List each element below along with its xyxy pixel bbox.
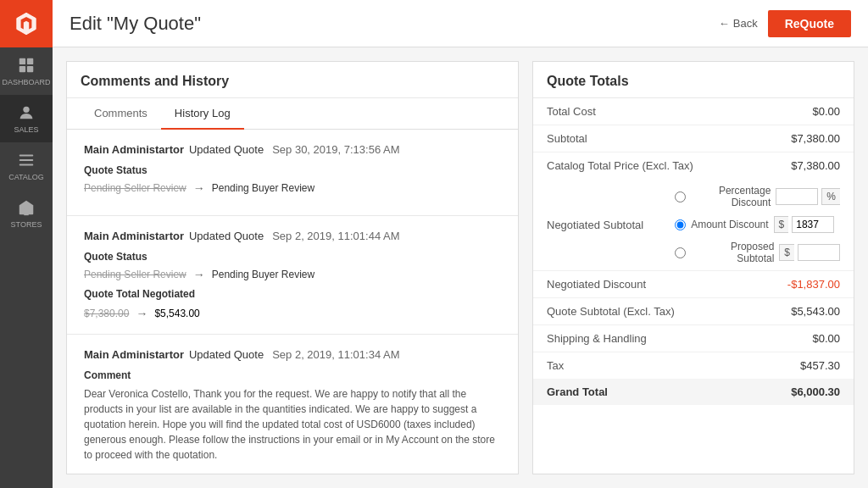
table-row: Negotiated Discount -$1,837.00 [533, 271, 854, 298]
percentage-discount-input[interactable] [776, 188, 818, 205]
table-row: Total Cost $0.00 [533, 98, 854, 125]
amount-discount-input-group: $ [774, 216, 835, 233]
amount-prefix-label: $ [774, 216, 789, 233]
totals-table: Total Cost $0.00 Subtotal $7,380.00 Cata… [533, 98, 854, 179]
svg-rect-5 [19, 155, 34, 157]
percentage-discount-radio[interactable] [675, 191, 686, 202]
grand-total-table: Grand Total $6,000.30 [533, 379, 854, 405]
proposed-subtotal-radio[interactable] [675, 247, 686, 258]
svg-rect-7 [19, 164, 34, 166]
proposed-subtotal-label: Proposed Subtotal [691, 241, 774, 264]
amount-discount-radio[interactable] [675, 219, 686, 230]
table-row: Shipping & Handling $0.00 [533, 325, 854, 352]
total-change: $7,380.00 → $5,543.00 [84, 307, 501, 320]
header-actions: ← Back ReQuote [719, 10, 851, 37]
page-header: Edit "My Quote" ← Back ReQuote [53, 0, 868, 47]
amount-discount-option: Amount Discount $ [675, 214, 840, 236]
svg-rect-1 [27, 58, 33, 64]
svg-rect-8 [24, 209, 29, 215]
arrow-icon: → [136, 307, 147, 320]
main-area: Edit "My Quote" ← Back ReQuote Comments … [53, 0, 868, 488]
requote-button[interactable]: ReQuote [768, 10, 851, 37]
table-row: Quote Subtotal (Excl. Tax) $5,543.00 [533, 298, 854, 325]
tabs-bar: Comments History Log [67, 98, 518, 130]
page-title: Edit "My Quote" [70, 13, 201, 35]
discount-options: Percentage Discount % Amount Disc [675, 182, 840, 267]
sidebar-item-dashboard[interactable]: DASHBOARD [0, 47, 53, 95]
status-change: Pending Seller Review → Pending Buyer Re… [84, 181, 501, 195]
tab-history-log[interactable]: History Log [161, 98, 244, 130]
svg-rect-3 [27, 66, 33, 72]
table-row: Tax $457.30 [533, 352, 854, 380]
page-content: Comments and History Comments History Lo… [53, 47, 868, 488]
entry-header: Main Administartor Updated Quote Sep 2, … [84, 230, 501, 242]
status-change: Pending Seller Review → Pending Buyer Re… [84, 268, 501, 281]
svg-rect-0 [19, 58, 25, 64]
sidebar: DASHBOARD SALES CATALOG STORES [0, 0, 53, 488]
arrow-icon: → [193, 181, 205, 195]
proposed-subtotal-input[interactable] [798, 244, 840, 261]
proposed-subtotal-option: Proposed Subtotal $ [675, 238, 840, 267]
negotiated-row: Negotiated Subtotal Percentage Discount … [533, 179, 854, 271]
back-button[interactable]: ← Back [719, 17, 758, 30]
negotiated-label: Negotiated Subtotal [533, 179, 661, 271]
table-row: Subtotal $7,380.00 [533, 125, 854, 152]
percentage-discount-option: Percentage Discount % [675, 182, 840, 211]
panel-title: Comments and History [67, 62, 518, 98]
grand-total-row: Grand Total $6,000.30 [533, 379, 854, 405]
svg-point-4 [23, 107, 29, 113]
amount-discount-label: Amount Discount [691, 219, 768, 230]
quote-totals-panel: Quote Totals Total Cost $0.00 Subtotal $… [532, 61, 854, 474]
grand-total-value: $6,000.30 [705, 379, 854, 405]
logo [0, 0, 53, 47]
svg-rect-6 [19, 159, 34, 161]
percentage-discount-label: Percentage Discount [691, 185, 771, 208]
back-arrow-icon: ← [719, 17, 730, 30]
sidebar-item-sales[interactable]: SALES [0, 95, 53, 142]
tab-comments[interactable]: Comments [81, 98, 161, 130]
quote-totals-title: Quote Totals [533, 62, 854, 98]
sidebar-item-stores[interactable]: STORES [0, 190, 53, 237]
history-entry: Main Administartor Updated Quote Sep 2, … [67, 216, 518, 335]
amount-discount-input[interactable] [792, 216, 834, 233]
grand-total-label: Grand Total [533, 379, 705, 405]
history-log-content: Main Administartor Updated Quote Sep 30,… [67, 130, 518, 474]
comments-history-panel: Comments and History Comments History Lo… [66, 61, 519, 474]
history-entry: Main Administartor Updated Quote Sep 30,… [67, 130, 518, 216]
sidebar-item-catalog[interactable]: CATALOG [0, 142, 53, 190]
entry-header: Main Administartor Updated Quote Sep 30,… [84, 143, 501, 156]
history-entry: Main Administartor Updated Quote Sep 2, … [67, 335, 518, 474]
entry-header: Main Administartor Updated Quote Sep 2, … [84, 348, 501, 361]
arrow-icon: → [193, 268, 205, 281]
percentage-discount-input-group: % [776, 188, 840, 205]
bottom-totals-table: Negotiated Discount -$1,837.00 Quote Sub… [533, 271, 854, 379]
table-row: Catalog Total Price (Excl. Tax) $7,380.0… [533, 152, 854, 180]
proposed-prefix-label: $ [779, 244, 794, 261]
svg-rect-2 [19, 66, 25, 72]
proposed-subtotal-input-group: $ [779, 244, 840, 261]
negotiated-table: Negotiated Subtotal Percentage Discount … [533, 179, 854, 271]
